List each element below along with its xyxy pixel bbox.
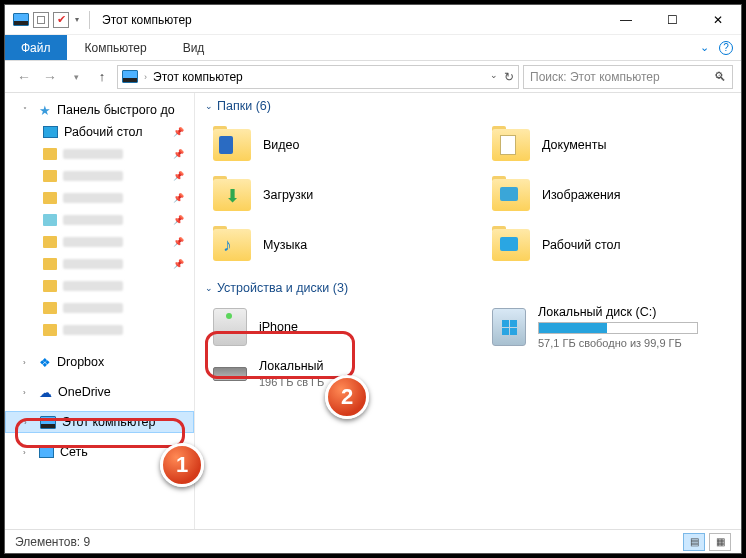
pin-icon: 📌 (173, 171, 184, 181)
folder-music[interactable]: ♪ Музыка (213, 223, 452, 267)
device-name: Локальный (259, 359, 324, 373)
search-input[interactable]: Поиск: Этот компьютер 🔍︎ (523, 65, 733, 89)
sidebar-label: Dropbox (57, 355, 104, 369)
sidebar-pinned-item[interactable]: 📌 (5, 209, 194, 231)
sidebar-pinned-item[interactable]: 📌 (5, 231, 194, 253)
device-name: iPhone (259, 320, 298, 334)
back-button[interactable]: ← (13, 69, 35, 85)
folder-label: Рабочий стол (542, 238, 620, 252)
history-dropdown-icon[interactable]: ▾ (65, 72, 87, 82)
sidebar-onedrive[interactable]: › ☁ OneDrive (5, 381, 194, 403)
chevron-right-icon: › (24, 418, 34, 427)
device-icon (213, 308, 247, 346)
star-icon: ★ (39, 103, 51, 118)
section-folders-header[interactable]: ⌄ Папки (6) (205, 99, 731, 113)
chevron-down-icon: ˅ (23, 106, 33, 115)
section-label: Папки (6) (217, 99, 271, 113)
folder-icon (492, 229, 530, 261)
qat-checkbox-button[interactable]: ✔ (53, 12, 69, 28)
folder-label: Музыка (263, 238, 307, 252)
address-pc-icon (122, 70, 138, 83)
sidebar-label: Панель быстрого до (57, 103, 175, 117)
chevron-down-icon: ⌄ (205, 283, 213, 293)
pin-icon: 📌 (173, 127, 184, 137)
qat-dropdown-icon[interactable]: ▾ (73, 15, 81, 24)
up-button[interactable]: ↑ (91, 69, 113, 84)
disk-icon (492, 308, 526, 346)
folder-documents[interactable]: Документы (492, 123, 731, 167)
minimize-button[interactable]: — (603, 5, 649, 35)
sidebar-label: Рабочий стол (64, 125, 142, 139)
onedrive-icon: ☁ (39, 385, 52, 400)
view-details-button[interactable]: ▤ (683, 533, 705, 551)
address-location: Этот компьютер (153, 70, 243, 84)
device-name: Локальный диск (C:) (538, 305, 698, 319)
ribbon-expand-icon[interactable]: ⌄ (700, 41, 709, 54)
pin-icon: 📌 (173, 193, 184, 203)
help-icon[interactable]: ? (719, 41, 733, 55)
close-button[interactable]: ✕ (695, 5, 741, 35)
qat-properties-button[interactable] (33, 12, 49, 28)
window-title: Этот компьютер (102, 13, 192, 27)
pc-icon (40, 416, 56, 429)
folder-pictures[interactable]: Изображения (492, 173, 731, 217)
device-disk-d[interactable]: Локальный 196 ГБ св ГБ (213, 359, 452, 388)
folder-icon: ⬇ (213, 179, 251, 211)
folder-desktop[interactable]: Рабочий стол (492, 223, 731, 267)
folder-label: Загрузки (263, 188, 313, 202)
refresh-icon[interactable]: ↻ (504, 70, 514, 84)
device-subtext: 57,1 ГБ свободно из 99,9 ГБ (538, 337, 698, 349)
section-devices-header[interactable]: ⌄ Устройства и диски (3) (205, 281, 731, 295)
pin-icon: 📌 (173, 237, 184, 247)
sidebar-label: Этот компьютер (62, 415, 155, 429)
menu-computer[interactable]: Компьютер (67, 35, 165, 60)
chevron-down-icon: ⌄ (205, 101, 213, 111)
menu-view[interactable]: Вид (165, 35, 223, 60)
disk-icon (213, 367, 247, 381)
chevron-right-icon: › (23, 358, 33, 367)
dropbox-icon: ❖ (39, 355, 51, 370)
folder-icon (492, 179, 530, 211)
address-bar[interactable]: › Этот компьютер ⌄ ↻ (117, 65, 519, 89)
chevron-right-icon: › (23, 388, 33, 397)
folder-icon (213, 129, 251, 161)
folder-icon: ♪ (213, 229, 251, 261)
network-icon (39, 446, 54, 458)
device-iphone[interactable]: iPhone (213, 305, 452, 349)
pin-icon: 📌 (173, 259, 184, 269)
pin-icon: 📌 (173, 215, 184, 225)
search-icon: 🔍︎ (714, 70, 726, 84)
view-icons-button[interactable]: ▦ (709, 533, 731, 551)
windows-logo-icon (502, 320, 517, 335)
sidebar-label: OneDrive (58, 385, 111, 399)
device-disk-c[interactable]: Локальный диск (C:) 57,1 ГБ свободно из … (492, 305, 731, 349)
folder-label: Изображения (542, 188, 621, 202)
sidebar-pinned-item[interactable] (5, 319, 194, 341)
sidebar-pinned-item[interactable]: 📌 (5, 165, 194, 187)
sidebar-pinned-item[interactable]: 📌 (5, 143, 194, 165)
folder-icon (492, 129, 530, 161)
disk-usage-bar (538, 322, 698, 334)
device-subtext: 196 ГБ св ГБ (259, 376, 324, 388)
folder-downloads[interactable]: ⬇ Загрузки (213, 173, 452, 217)
sidebar-label: Сеть (60, 445, 88, 459)
sidebar-this-pc[interactable]: › Этот компьютер (5, 411, 194, 433)
sidebar-pinned-item[interactable]: 📌 (5, 187, 194, 209)
status-item-count: Элементов: 9 (15, 535, 90, 549)
maximize-button[interactable]: ☐ (649, 5, 695, 35)
app-icon (13, 13, 29, 26)
sidebar-dropbox[interactable]: › ❖ Dropbox (5, 351, 194, 373)
sidebar-desktop[interactable]: Рабочий стол 📌 (5, 121, 194, 143)
folder-label: Видео (263, 138, 300, 152)
sidebar-pinned-item[interactable] (5, 275, 194, 297)
address-dropdown-icon[interactable]: ⌄ (490, 70, 498, 84)
menu-file[interactable]: Файл (5, 35, 67, 60)
search-placeholder: Поиск: Этот компьютер (530, 70, 660, 84)
forward-button[interactable]: → (39, 69, 61, 85)
sidebar-network[interactable]: › Сеть (5, 441, 194, 463)
desktop-icon (43, 126, 58, 138)
sidebar-pinned-item[interactable] (5, 297, 194, 319)
sidebar-pinned-item[interactable]: 📌 (5, 253, 194, 275)
folder-video[interactable]: Видео (213, 123, 452, 167)
sidebar-quick-access[interactable]: ˅ ★ Панель быстрого до (5, 99, 194, 121)
